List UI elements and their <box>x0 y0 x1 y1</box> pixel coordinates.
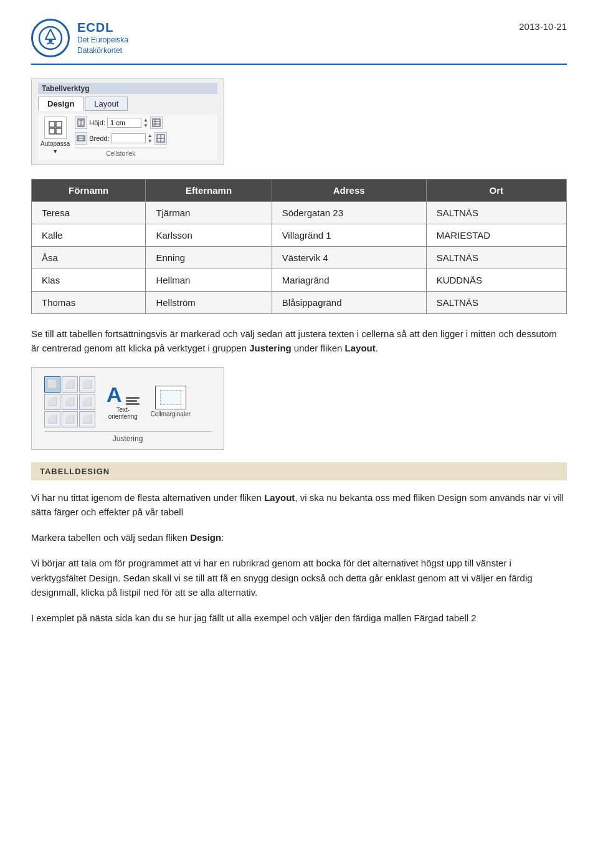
tabelldesign-para1: Vi har nu tittat igenom de flesta altern… <box>31 490 567 520</box>
bredd-spin[interactable]: ▲▼ <box>148 133 153 144</box>
table-row: KlasHellmanMariagrändKUDDNÄS <box>32 269 567 292</box>
align-ml[interactable]: ⬜ <box>44 394 60 410</box>
table-cell: Hellström <box>146 292 272 314</box>
tabelldesign-para3: Vi börjar att tala om för programmet att… <box>31 556 567 599</box>
table-cell: KUDDNÄS <box>426 269 566 292</box>
table-row: ThomasHellströmBlåsippagrändSALTNÄS <box>32 292 567 314</box>
text-a-icon: A <box>107 384 122 405</box>
logo-text: ECDL Det Europeiska Datakörkortet <box>77 21 128 56</box>
autopassa-icon[interactable] <box>44 117 67 139</box>
logo-icon <box>31 19 70 57</box>
table-cell: Thomas <box>32 292 146 314</box>
table-cell: SALTNÄS <box>426 202 566 224</box>
cellmarginaler-inner <box>160 390 181 405</box>
bredd-icon <box>75 132 87 145</box>
table-cell: Västervik 4 <box>272 247 426 269</box>
logo-subtitle: Det Europeiska Datakörkortet <box>77 35 128 56</box>
table-cell: Enning <box>146 247 272 269</box>
align-mc[interactable]: ⬜ <box>62 394 78 410</box>
hojd-icon <box>75 117 87 129</box>
table-cell: MARIESTAD <box>426 224 566 247</box>
autopassa-label: Autopassa <box>40 140 70 147</box>
align-mr[interactable]: ⬜ <box>79 394 95 410</box>
svg-rect-3 <box>56 122 62 127</box>
table-cell: Blåsippagränd <box>272 292 426 314</box>
svg-point-1 <box>49 39 52 42</box>
toolbar-content: Autopassa ▼ Höjd: ▲▼ <box>38 114 217 160</box>
table-cell: SALTNÄS <box>426 247 566 269</box>
table-cell: Mariagränd <box>272 269 426 292</box>
table-cell: Tjärman <box>146 202 272 224</box>
tabelldesign-para4: I exemplet på nästa sida kan du se hur j… <box>31 611 567 625</box>
logo-area: ECDL Det Europeiska Datakörkortet <box>31 19 128 57</box>
table-cell: Åsa <box>32 247 146 269</box>
table-row: TeresaTjärmanSödergatan 23SALTNÄS <box>32 202 567 224</box>
tab-design[interactable]: Design <box>38 97 83 111</box>
tabelldesign-para2: Markera tabellen och välj sedan fliken D… <box>31 530 567 545</box>
table-cell: Klas <box>32 269 146 292</box>
table-cell: Kalle <box>32 224 146 247</box>
cellmarginaler-block: Cellmarginaler <box>151 386 191 417</box>
page-date: 2013-10-21 <box>519 21 567 32</box>
table-cell: Södergatan 23 <box>272 202 426 224</box>
table-cell: Teresa <box>32 202 146 224</box>
svg-rect-10 <box>153 119 160 126</box>
alignment-grid: ⬜ ⬜ ⬜ ⬜ ⬜ ⬜ ⬜ ⬜ ⬜ <box>44 376 95 427</box>
tabelldesign-header: TABELLDESIGN <box>31 462 567 480</box>
hojd-input[interactable] <box>107 118 141 128</box>
align-br[interactable]: ⬜ <box>79 411 95 427</box>
col-header-efternamn: Efternamn <box>146 179 272 202</box>
text-lines <box>126 397 140 405</box>
table-cell: Karlsson <box>146 224 272 247</box>
bredd-label: Bredd: <box>89 135 109 142</box>
align-bc[interactable]: ⬜ <box>62 411 78 427</box>
table-row: ÅsaEnningVästervik 4SALTNÄS <box>32 247 567 269</box>
text-orientering-block: A Text- orientering <box>107 384 140 420</box>
body-paragraph-1: Se till att tabellen fortsättningsvis är… <box>31 327 567 356</box>
bredd-input[interactable] <box>112 133 146 143</box>
toolbar-screenshot: Tabellverktyg Design Layout Autopassa ▼ <box>31 79 224 165</box>
table-icon-right <box>150 117 163 129</box>
toolbar-tabs: Design Layout <box>38 97 217 111</box>
justering-icons-row: ⬜ ⬜ ⬜ ⬜ ⬜ ⬜ ⬜ ⬜ ⬜ A Text- orientering <box>44 376 211 427</box>
svg-rect-2 <box>49 122 55 127</box>
text-orientering-label: Text- orientering <box>108 406 138 420</box>
align-bl[interactable]: ⬜ <box>44 411 60 427</box>
data-table: Förnamn Efternamn Adress Ort TeresaTjärm… <box>31 179 567 314</box>
align-tr[interactable]: ⬜ <box>79 376 95 393</box>
justering-screenshot: ⬜ ⬜ ⬜ ⬜ ⬜ ⬜ ⬜ ⬜ ⬜ A Text- orientering <box>31 367 224 450</box>
page-header: ECDL Det Europeiska Datakörkortet 2013-1… <box>31 19 567 65</box>
cellstorlek-label: Cellstorlek <box>75 148 166 157</box>
svg-rect-4 <box>49 128 55 134</box>
cellmarginaler-icon <box>155 386 186 409</box>
table-cell: SALTNÄS <box>426 292 566 314</box>
justering-section-label: Justering <box>44 431 211 443</box>
col-header-fornamn: Förnamn <box>32 179 146 202</box>
table-row: KalleKarlssonVillagränd 1MARIESTAD <box>32 224 567 247</box>
logo-ecdl-text: ECDL <box>77 21 128 35</box>
col-header-adress: Adress <box>272 179 426 202</box>
hojd-label: Höjd: <box>89 119 105 126</box>
align-tl[interactable]: ⬜ <box>44 376 60 393</box>
align-tc[interactable]: ⬜ <box>62 376 78 393</box>
tab-layout[interactable]: Layout <box>85 97 128 111</box>
hojd-spin[interactable]: ▲▼ <box>143 117 148 128</box>
table-cell: Villagränd 1 <box>272 224 426 247</box>
col-header-ort: Ort <box>426 179 566 202</box>
svg-rect-5 <box>56 128 62 134</box>
table-cell: Hellman <box>146 269 272 292</box>
autopassa-arrow: ▼ <box>52 148 58 155</box>
cellmarginaler-label: Cellmarginaler <box>151 411 191 417</box>
table-icon-right2 <box>154 132 167 145</box>
toolbar-tabs-header: Tabellverktyg <box>38 83 217 94</box>
